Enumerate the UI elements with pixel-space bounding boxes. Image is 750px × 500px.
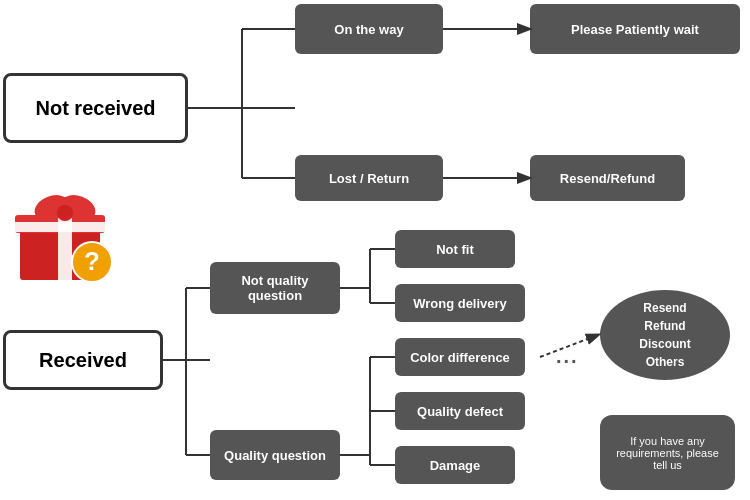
requirements-node: If you have any requirements, please tel… [600, 415, 735, 490]
quality-defect-node: Quality defect [395, 392, 525, 430]
quality-question-node: Quality question [210, 430, 340, 480]
svg-rect-3 [15, 222, 105, 232]
not-fit-node: Not fit [395, 230, 515, 268]
color-difference-node: Color difference [395, 338, 525, 376]
not-quality-question-node: Not quality question [210, 262, 340, 314]
svg-point-6 [57, 205, 73, 221]
not-received-node: Not received [3, 73, 188, 143]
received-node: Received [3, 330, 163, 390]
resend-refund-node: Resend/Refund [530, 155, 685, 201]
gift-box-image: ? [10, 180, 120, 290]
damage-node: Damage [395, 446, 515, 484]
please-wait-node: Please Patiently wait [530, 4, 740, 54]
wrong-delivery-node: Wrong delivery [395, 284, 525, 322]
lost-return-node: Lost / Return [295, 155, 443, 201]
dots-separator: ··· [556, 350, 579, 373]
resolutions-node: Resend Refund Discount Others [600, 290, 730, 380]
on-the-way-node: On the way [295, 4, 443, 54]
svg-text:?: ? [84, 246, 100, 276]
